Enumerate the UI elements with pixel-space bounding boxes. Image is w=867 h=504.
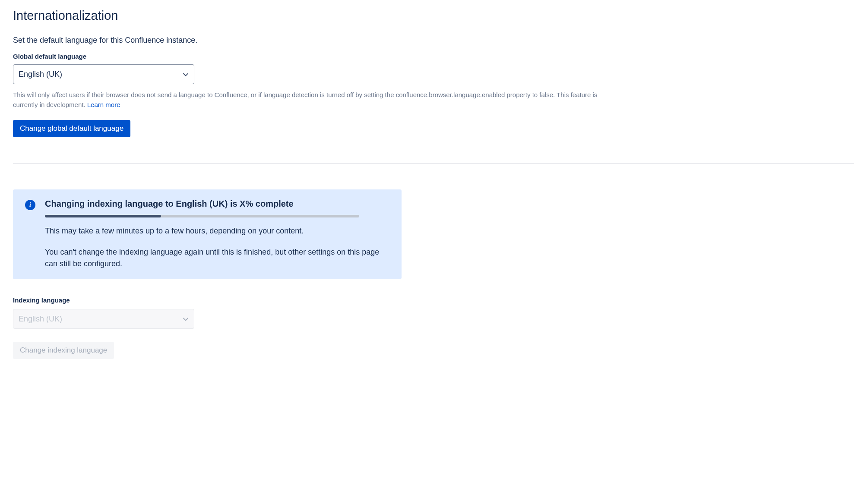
global-language-help-text: This will only affect users if their bro… bbox=[13, 90, 609, 110]
page-title: Internationalization bbox=[13, 9, 854, 23]
indexing-language-label: Indexing language bbox=[13, 296, 854, 304]
section-divider bbox=[13, 163, 854, 164]
change-indexing-language-button: Change indexing language bbox=[13, 342, 114, 359]
info-panel: i Changing indexing language to English … bbox=[13, 189, 402, 279]
global-language-label: Global default language bbox=[13, 53, 854, 60]
info-panel-title: Changing indexing language to English (U… bbox=[45, 199, 389, 209]
indexing-language-select-wrapper: English (UK) bbox=[13, 309, 194, 329]
info-panel-text-1: This may take a few minutes up to a few … bbox=[45, 225, 389, 237]
indexing-language-section: Indexing language English (UK) Change in… bbox=[13, 296, 854, 359]
change-global-language-button[interactable]: Change global default language bbox=[13, 120, 130, 137]
info-panel-text-2: You can't change the indexing language a… bbox=[45, 246, 389, 270]
global-language-description: Set the default language for this Conflu… bbox=[13, 36, 854, 45]
info-icon-wrapper: i bbox=[25, 200, 35, 210]
learn-more-link[interactable]: Learn more bbox=[87, 101, 120, 108]
progress-bar bbox=[45, 215, 359, 217]
info-icon: i bbox=[25, 200, 35, 210]
global-language-select[interactable]: English (UK) bbox=[13, 64, 194, 84]
progress-bar-fill bbox=[45, 215, 161, 217]
global-language-select-wrapper: English (UK) bbox=[13, 64, 194, 84]
indexing-language-select: English (UK) bbox=[13, 309, 194, 329]
info-panel-content: Changing indexing language to English (U… bbox=[45, 199, 389, 270]
